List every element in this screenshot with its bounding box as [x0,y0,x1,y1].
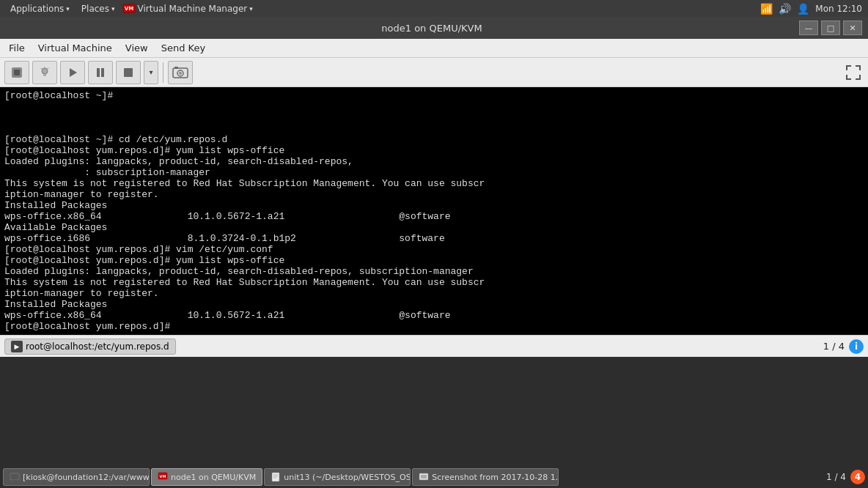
svg-line-7 [48,68,49,70]
svg-rect-17 [10,473,19,480]
places-menu[interactable]: Places ▾ [77,2,119,15]
taskbar-item-0[interactable]: [kiosk@foundation12:/var/www/h... [3,468,150,486]
taskbar-page: 1 / 4 4 [826,470,865,484]
taskbar-indicator: 4 [850,470,865,484]
toolbar: ▾ [0,58,868,87]
taskbar-item-2[interactable]: unit13 (~/Desktop/WESTOS_OS-.... [264,468,411,486]
screenshot-icon [172,66,188,79]
taskbar-item-2-icon [271,472,281,482]
pause-icon [94,66,107,79]
svg-marker-9 [70,68,77,77]
terminal-sidebar [853,87,868,335]
vm-manager-chevron: ▾ [249,5,253,12]
status-indicator: i [849,339,864,354]
svg-rect-11 [101,68,104,77]
svg-rect-27 [421,475,427,478]
fullscreen-button[interactable] [843,62,864,83]
window-title: node1 on QEMU/KVM [65,23,799,34]
taskbar-item-0-label: [kiosk@foundation12:/var/www/h... [23,473,150,482]
svg-text:VM: VM [160,474,166,478]
file-menu[interactable]: File [3,41,31,55]
taskbar-item-1-icon: VM [158,472,168,482]
vm-manager-menu[interactable]: VM Virtual Machine Manager ▾ [122,2,253,15]
svg-rect-5 [43,74,46,76]
taskbar-item-3[interactable]: Screenshot from 2017-10-28 1... [412,468,559,486]
close-button[interactable]: ✕ [843,21,862,35]
svg-rect-10 [97,68,100,77]
window-controls: — □ ✕ [799,21,862,35]
clock: Mon 12:10 [815,4,862,14]
svg-point-4 [42,68,48,74]
svg-rect-18 [12,480,17,481]
terminal-tab-label: root@localhost:/etc/yum.repos.d [26,341,169,352]
fullscreen-icon [845,64,861,81]
svg-line-8 [41,68,43,70]
places-label: Places [81,4,109,14]
svg-rect-12 [124,68,133,77]
applications-menu[interactable]: Applications ▾ [6,2,74,15]
terminal[interactable]: [root@localhost ~]# [root@localhost ~]# … [0,87,853,335]
power-icon [10,66,23,79]
taskbar: [kiosk@foundation12:/var/www/h... VM nod… [0,466,868,488]
toolbar-separator [163,62,163,83]
taskbar-item-0-icon [10,472,20,482]
system-bar-right: 📶 🔊 👤 Mon 12:10 [760,3,862,15]
wifi-icon: 📶 [760,3,773,15]
svg-text:VM: VM [124,6,133,12]
applications-chevron: ▾ [66,5,70,12]
lightbulb-icon [38,66,51,79]
volume-icon: 🔊 [779,3,791,15]
send-key-menu[interactable]: Send Key [155,41,211,55]
status-bar: ▶ root@localhost:/etc/yum.repos.d 1 / 4 … [0,335,868,357]
vm-logo-icon: VM [122,2,136,15]
taskbar-item-2-label: unit13 (~/Desktop/WESTOS_OS-.... [284,473,411,482]
power-button[interactable] [4,61,29,84]
system-bar-left: Applications ▾ Places ▾ VM Virtual Machi… [6,2,253,15]
svg-rect-19 [11,481,18,481]
terminal-tab-icon: ▶ [11,341,23,352]
svg-rect-22 [272,473,279,481]
svg-point-16 [179,72,182,75]
maximize-button[interactable]: □ [821,21,840,35]
play-button[interactable] [60,61,85,84]
taskbar-item-3-label: Screenshot from 2017-10-28 1... [432,473,559,482]
applications-label: Applications [10,4,64,14]
terminal-container: [root@localhost ~]# [root@localhost ~]# … [0,87,868,335]
vm-manager-label: Virtual Machine Manager [138,4,248,14]
screenshot-button[interactable] [168,61,193,84]
stop-icon [122,66,135,79]
title-bar: node1 on QEMU/KVM — □ ✕ [0,17,868,39]
taskbar-item-1[interactable]: VM node1 on QEMU/KVM [151,468,262,486]
places-chevron: ▾ [111,5,115,12]
svg-rect-14 [174,67,178,69]
system-bar: Applications ▾ Places ▾ VM Virtual Machi… [0,0,868,17]
toolbar-dropdown-button[interactable]: ▾ [144,61,158,84]
lightbulb-button[interactable] [32,61,57,84]
minimize-button[interactable]: — [799,21,818,35]
taskbar-page-text: 1 / 4 [826,472,846,482]
stop-button[interactable] [116,61,141,84]
pause-button[interactable] [88,61,113,84]
taskbar-item-3-icon [419,472,429,482]
terminal-tab[interactable]: ▶ root@localhost:/etc/yum.repos.d [4,339,176,355]
menu-bar: File Virtual Machine View Send Key [0,39,868,58]
view-menu[interactable]: View [119,41,154,55]
user-icon: 👤 [797,3,809,15]
taskbar-item-1-label: node1 on QEMU/KVM [171,473,256,482]
status-page: 1 / 4 i [823,339,864,354]
play-icon [66,66,79,79]
status-page-text: 1 / 4 [823,341,845,352]
virtual-machine-menu[interactable]: Virtual Machine [32,41,118,55]
svg-rect-3 [14,70,20,75]
